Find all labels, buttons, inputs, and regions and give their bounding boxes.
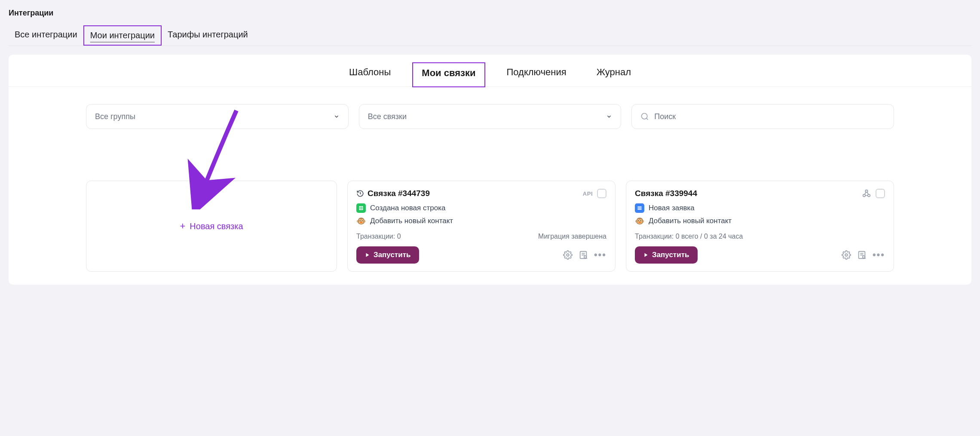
search-icon [640,112,649,121]
connections-select-label: Все связки [368,112,407,121]
more-icon[interactable]: ••• [594,249,606,261]
card-footer: Запустить ••• [356,246,606,264]
tab-integration-tariffs[interactable]: Тарифы интеграций [162,25,254,46]
groups-select[interactable]: Все группы [86,104,349,129]
transactions-label: Транзакции: 0 всего / 0 за 24 часа [635,233,743,240]
webhook-icon [862,189,871,198]
svg-marker-19 [645,253,648,257]
contact-icon: 🐵 [635,216,644,226]
groups-select-label: Все группы [95,112,135,121]
api-badge: API [583,190,593,197]
card-meta: Транзакции: 0 всего / 0 за 24 часа [635,233,885,240]
sheets-icon [356,203,366,213]
play-icon [365,252,370,258]
new-connection-label: Новая связка [190,221,243,231]
log-icon[interactable] [857,250,867,260]
action-label: Добавить новый контакт [649,217,732,225]
history-icon [356,190,364,197]
chevron-down-icon [334,114,340,120]
trigger-label: Создана новая строка [370,204,445,212]
run-button[interactable]: Запустить [356,246,419,264]
top-tabs: Все интеграции Мои интеграции Тарифы инт… [9,25,971,46]
connection-card: Связка #344739 API Создана новая строка … [347,181,616,272]
card-footer: Запустить ••• [635,246,885,264]
card-title: Связка #344739 [368,189,430,198]
run-button[interactable]: Запустить [635,246,698,264]
card-trigger-row: Новая заявка [635,203,885,213]
migration-status: Миграция завершена [538,233,606,240]
page-title: Интеграции [9,9,971,18]
trigger-label: Новая заявка [649,204,695,212]
page-header: Интеграции Все интеграции Мои интеграции… [0,0,980,46]
sub-tabs: Шаблоны Мои связки Подключения Журнал [9,55,971,87]
cards-row: + Новая связка Связка #344739 API Создан… [9,129,971,272]
more-icon[interactable]: ••• [873,249,885,261]
gear-icon[interactable] [563,250,573,260]
request-icon [635,203,644,213]
transactions-label: Транзакции: 0 [356,233,401,240]
svg-marker-6 [366,253,369,257]
search-box [631,104,894,129]
card-trigger-row: Создана новая строка [356,203,606,213]
sub-tab-journal[interactable]: Журнал [588,62,640,86]
svg-point-0 [642,114,647,119]
connections-select[interactable]: Все связки [359,104,622,129]
card-title: Связка #339944 [635,189,697,198]
connection-card: Связка #339944 Новая заявка 🐵 Добавить н… [626,181,894,272]
sub-tab-connections[interactable]: Подключения [498,62,575,86]
main-panel: Шаблоны Мои связки Подключения Журнал Вс… [9,55,971,285]
svg-point-20 [845,254,848,256]
card-checkbox[interactable] [597,189,606,198]
card-checkbox[interactable] [876,189,885,198]
run-button-label: Запустить [652,251,689,259]
svg-point-7 [567,254,569,256]
run-button-label: Запустить [374,251,410,259]
chevron-down-icon [606,114,612,120]
action-label: Добавить новый контакт [370,217,453,225]
card-action-row: 🐵 Добавить новый контакт [356,216,606,226]
filters-row: Все группы Все связки [9,87,971,129]
gear-icon[interactable] [842,250,851,260]
tab-my-integrations[interactable]: Мои интеграции [83,25,162,46]
log-icon[interactable] [579,250,588,260]
play-icon [643,252,649,258]
search-input[interactable] [654,112,885,121]
sub-tab-templates[interactable]: Шаблоны [340,62,399,86]
svg-line-1 [646,118,648,120]
sub-tab-my-connections[interactable]: Мои связки [412,62,485,87]
plus-icon: + [180,221,185,232]
svg-point-15 [865,190,868,193]
card-header: Связка #344739 API [356,189,606,198]
card-header: Связка #339944 [635,189,885,198]
contact-icon: 🐵 [356,216,366,226]
new-connection-card[interactable]: + Новая связка [86,181,337,272]
card-meta: Транзакции: 0 Миграция завершена [356,233,606,240]
card-action-row: 🐵 Добавить новый контакт [635,216,885,226]
tab-all-integrations[interactable]: Все интеграции [9,25,83,46]
